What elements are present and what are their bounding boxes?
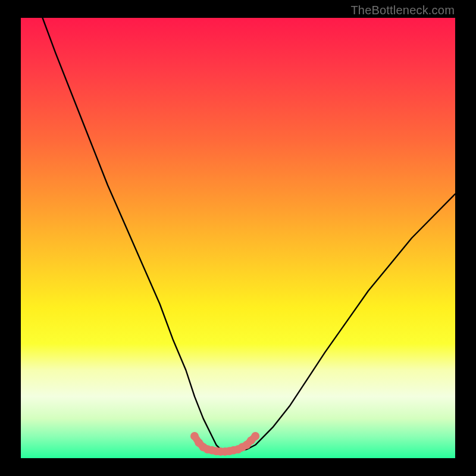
optimal-band-marker-dots <box>190 432 259 456</box>
chart-frame: TheBottleneck.com <box>0 0 476 476</box>
curve-svg <box>21 18 455 458</box>
plot-area <box>21 18 455 458</box>
bottleneck-curve-path <box>43 18 456 452</box>
marker-dot <box>251 432 259 440</box>
watermark-text: TheBottleneck.com <box>350 4 455 17</box>
